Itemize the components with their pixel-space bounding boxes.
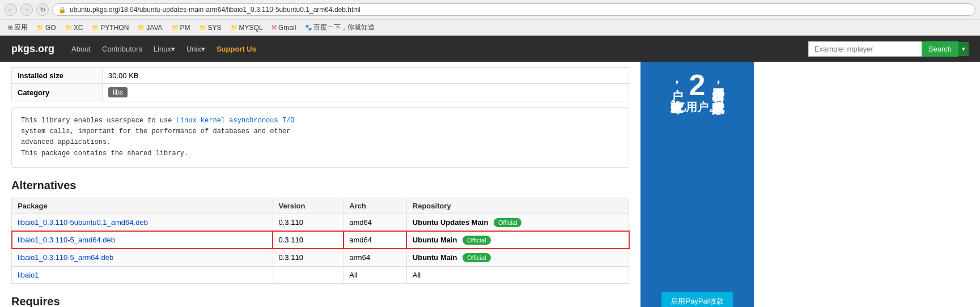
folder-icon-mysql: 📁 bbox=[231, 24, 237, 31]
category-value: libs bbox=[103, 84, 629, 101]
pkg-link-amd64-ubuntu0[interactable]: libaio1_0.3.110-5ubuntu0.1_amd64.deb bbox=[18, 218, 148, 227]
linux-io-link[interactable]: Linux kernel asynchronous I/O bbox=[176, 117, 295, 125]
repo-name: Ubuntu Updates Main bbox=[413, 218, 489, 227]
desc-line-1: This library enables userspace to use Li… bbox=[21, 117, 295, 125]
official-badge-1: Official bbox=[494, 218, 521, 227]
pkg-arch-cell: amd64 bbox=[343, 214, 407, 231]
gmail-icon: M bbox=[272, 24, 277, 31]
paypal-button[interactable]: 启用PayPal收款 bbox=[661, 292, 732, 307]
nav-linux[interactable]: Linux▾ bbox=[148, 37, 181, 61]
category-badge: libs bbox=[108, 87, 128, 97]
alternatives-title: Alternatives bbox=[11, 179, 629, 192]
ad-content: 户，收款全球 2 费用开发者，享卖家保障 亿用户。 启用PayPal收款 bbox=[640, 62, 754, 307]
pkg-arch-cell: All bbox=[343, 266, 407, 283]
folder-icon-pm: 📁 bbox=[172, 24, 179, 31]
requires-title: Requires bbox=[11, 295, 629, 307]
content-area: Installed size 30.00 KB Category libs Th… bbox=[0, 62, 640, 307]
col-repository: Repository bbox=[406, 198, 629, 214]
reload-button[interactable]: ↻ bbox=[36, 3, 49, 16]
installed-size-value: 30.00 KB bbox=[103, 68, 629, 84]
pkg-version-cell bbox=[273, 266, 343, 283]
ad-unit: 亿用户。 bbox=[674, 100, 720, 115]
pkg-name-cell: libaio1 bbox=[12, 266, 273, 283]
pkg-link-amd64[interactable]: libaio1_0.3.110-5_amd64.deb bbox=[18, 236, 115, 244]
browser-chrome: ← → ↻ 🔒 ubuntu.pkgs.org/18.04/ubuntu-upd… bbox=[0, 0, 980, 36]
ad-text-vertical-right: 费用开发者，享卖家保障 bbox=[710, 79, 726, 91]
forward-button[interactable]: → bbox=[20, 3, 33, 16]
pkg-version-cell: 0.3.110 bbox=[273, 231, 343, 249]
bookmark-pm[interactable]: 📁 PM bbox=[168, 23, 194, 33]
desc-line-3: advanced applications. bbox=[21, 138, 111, 146]
folder-icon-python: 📁 bbox=[92, 24, 99, 31]
nav-support-us[interactable]: Support Us bbox=[211, 37, 262, 61]
main-layout: Installed size 30.00 KB Category libs Th… bbox=[0, 62, 980, 307]
pkg-link-all[interactable]: libaio1 bbox=[18, 271, 39, 279]
col-arch: Arch bbox=[343, 198, 407, 214]
description-box: This library enables userspace to use Li… bbox=[11, 107, 629, 168]
pkg-repo-cell: Ubuntu Main Official bbox=[406, 249, 629, 266]
site-nav: pkgs.org About Contributors Linux▾ Unix▾… bbox=[0, 36, 980, 62]
ad-number: 2 bbox=[689, 70, 706, 100]
nav-contributors[interactable]: Contributors bbox=[96, 37, 148, 61]
search-button[interactable]: Search bbox=[922, 41, 958, 57]
bookmark-gmail[interactable]: M Gmail bbox=[269, 23, 300, 33]
bookmark-xc[interactable]: 📁 XC bbox=[62, 23, 87, 33]
browser-toolbar: ← → ↻ 🔒 ubuntu.pkgs.org/18.04/ubuntu-upd… bbox=[0, 0, 980, 19]
bookmark-mysql[interactable]: 📁 MYSQL bbox=[227, 23, 266, 33]
pkg-repo-cell: Ubuntu Updates Main Official bbox=[406, 214, 629, 231]
folder-icon-xc: 📁 bbox=[65, 24, 72, 31]
pkg-name-cell: libaio1_0.3.110-5_amd64.deb bbox=[12, 231, 273, 249]
table-row: libaio1_0.3.110-5ubuntu0.1_amd64.deb 0.3… bbox=[12, 214, 629, 231]
col-version: Version bbox=[273, 198, 343, 214]
alternatives-table: Package Version Arch Repository libaio1_… bbox=[11, 198, 629, 284]
bookmark-xc-label: XC bbox=[74, 24, 83, 32]
ad-sidebar: 户，收款全球 2 费用开发者，享卖家保障 亿用户。 启用PayPal收款 bbox=[640, 62, 754, 307]
folder-icon-go: 📁 bbox=[37, 24, 44, 31]
table-row: libaio1_0.3.110-5_arm64.deb 0.3.110 arm6… bbox=[12, 249, 629, 266]
package-info-table: Installed size 30.00 KB Category libs bbox=[11, 67, 629, 101]
bookmark-java[interactable]: 📁 JAVA bbox=[134, 23, 166, 33]
bookmark-python-label: PYTHON bbox=[100, 24, 129, 32]
category-label: Category bbox=[12, 84, 103, 101]
installed-size-label: Installed size bbox=[12, 68, 103, 84]
pkg-link-arm64[interactable]: libaio1_0.3.110-5_arm64.deb bbox=[18, 253, 113, 262]
repo-name: Ubuntu Main bbox=[413, 236, 457, 244]
table-row: libaio1_0.3.110-5_amd64.deb 0.3.110 amd6… bbox=[12, 231, 629, 249]
address-bar[interactable]: 🔒 ubuntu.pkgs.org/18.04/ubuntu-updates-m… bbox=[52, 3, 975, 16]
pkg-name-cell: libaio1_0.3.110-5ubuntu0.1_amd64.deb bbox=[12, 214, 273, 231]
repo-name: Ubuntu Main bbox=[413, 253, 457, 262]
nav-about[interactable]: About bbox=[66, 37, 96, 61]
url-text: ubuntu.pkgs.org/18.04/ubuntu-updates-mai… bbox=[70, 6, 360, 14]
bookmark-gmail-label: Gmail bbox=[278, 24, 296, 32]
folder-icon-sys: 📁 bbox=[200, 24, 206, 31]
search-dropdown-button[interactable]: ▾ bbox=[958, 42, 969, 56]
pkg-name-cell: libaio1_0.3.110-5_arm64.deb bbox=[12, 249, 273, 266]
nav-unix[interactable]: Unix▾ bbox=[181, 37, 211, 61]
bookmark-python[interactable]: 📁 PYTHON bbox=[88, 23, 132, 33]
category-row: Category libs bbox=[12, 84, 629, 101]
alt-table-header: Package Version Arch Repository bbox=[12, 198, 629, 214]
bookmark-sys-label: SYS bbox=[208, 24, 222, 32]
bookmark-apps[interactable]: ⊞ 应用 bbox=[5, 22, 31, 33]
pkg-repo-cell: Ubuntu Main Official bbox=[406, 231, 629, 249]
table-row: libaio1 All All bbox=[12, 266, 629, 283]
apps-icon: ⊞ bbox=[8, 24, 12, 31]
bookmark-go-label: GO bbox=[45, 24, 56, 32]
ad-text-vertical-left: 户，收款全球 bbox=[668, 79, 685, 91]
pkg-version-cell: 0.3.110 bbox=[273, 249, 343, 266]
back-button[interactable]: ← bbox=[5, 3, 17, 16]
search-input[interactable] bbox=[808, 41, 922, 57]
pkg-version-cell: 0.3.110 bbox=[273, 214, 343, 231]
bookmarks-bar: ⊞ 应用 📁 GO 📁 XC 📁 PYTHON 📁 JAVA 📁 PM 📁 SY… bbox=[0, 19, 980, 35]
pkg-arch-cell: amd64 bbox=[343, 231, 407, 249]
bookmark-baidu[interactable]: 🐾 百度一下，你就知道 bbox=[302, 22, 378, 33]
search-button-label: Search bbox=[928, 45, 952, 53]
baidu-icon: 🐾 bbox=[305, 24, 312, 31]
site-logo[interactable]: pkgs.org bbox=[11, 43, 54, 55]
col-package: Package bbox=[12, 198, 273, 214]
bookmark-sys[interactable]: 📁 SYS bbox=[196, 23, 225, 33]
desc-line-4: This package contains the shared library… bbox=[21, 150, 188, 157]
lock-icon: 🔒 bbox=[58, 6, 66, 14]
bookmark-go[interactable]: 📁 GO bbox=[33, 23, 60, 33]
bookmark-pm-label: PM bbox=[180, 24, 190, 32]
